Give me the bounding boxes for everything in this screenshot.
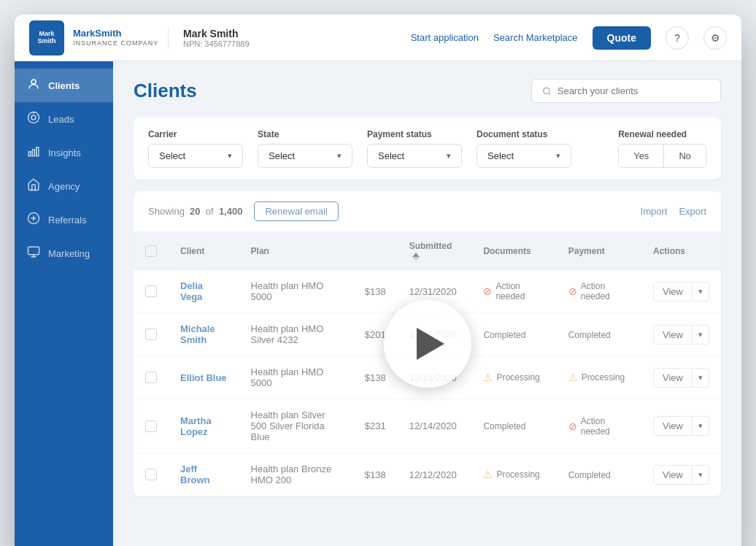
header: MarkSmith MarkSmith INSURANCE COMPANY Ma…: [15, 15, 741, 61]
search-marketplace-link[interactable]: Search Marketplace: [493, 32, 578, 43]
marketing-icon: [26, 245, 41, 261]
state-label: State: [258, 129, 352, 139]
sidebar-leads-label: Leads: [48, 114, 74, 125]
svg-point-2: [31, 115, 36, 120]
body-layout: Clients Leads Insights Agency: [15, 61, 741, 546]
state-filter-group: State Select ▾: [258, 129, 352, 168]
svg-point-0: [31, 80, 36, 84]
referrals-icon: [26, 212, 41, 228]
page-title: Clients: [134, 80, 197, 102]
carrier-chevron-icon: ▾: [228, 151, 232, 161]
sidebar-item-referrals[interactable]: Referrals: [15, 203, 113, 237]
video-play-button[interactable]: [384, 300, 471, 388]
filters-bar: Carrier Select ▾ State Select ▾ Payment …: [134, 118, 721, 180]
carrier-select[interactable]: Select ▾: [148, 144, 243, 168]
sidebar: Clients Leads Insights Agency: [15, 61, 113, 546]
page-header: Clients: [134, 79, 721, 103]
svg-rect-6: [36, 147, 39, 156]
renewal-label: Renewal needed: [618, 129, 706, 139]
settings-icon[interactable]: ⚙: [703, 26, 727, 50]
document-select[interactable]: Select ▾: [477, 144, 571, 168]
user-name: Mark Smith: [183, 28, 250, 39]
user-info: Mark Smith NPN: 3456777889: [168, 28, 250, 48]
document-label: Document status: [477, 129, 571, 139]
state-chevron-icon: ▾: [337, 151, 342, 161]
agency-icon: [26, 178, 41, 194]
company-name: MarkSmith INSURANCE COMPANY: [73, 28, 158, 47]
renewal-toggle: Yes No: [618, 144, 706, 168]
main-content: Clients Carrier Select ▾ State: [113, 61, 741, 546]
search-input[interactable]: [558, 85, 710, 96]
sidebar-clients-label: Clients: [48, 80, 80, 91]
sidebar-insights-label: Insights: [48, 147, 81, 158]
clients-icon: [26, 77, 41, 93]
payment-select[interactable]: Select ▾: [367, 144, 462, 168]
sidebar-marketing-label: Marketing: [48, 248, 90, 259]
renewal-yes-button[interactable]: Yes: [619, 145, 664, 167]
sidebar-item-marketing[interactable]: Marketing: [15, 237, 113, 270]
insights-icon: [26, 145, 41, 161]
quote-button[interactable]: Quote: [593, 26, 651, 50]
carrier-filter-group: Carrier Select ▾: [148, 129, 243, 168]
leads-icon: [26, 111, 41, 127]
app-window: MarkSmith MarkSmith INSURANCE COMPANY Ma…: [15, 15, 741, 546]
state-select[interactable]: Select ▾: [258, 144, 352, 168]
header-nav: Start application Search Marketplace Quo…: [411, 26, 727, 50]
sidebar-agency-label: Agency: [48, 181, 80, 192]
renewal-no-button[interactable]: No: [664, 145, 706, 167]
sidebar-item-insights[interactable]: Insights: [15, 136, 113, 169]
sidebar-item-agency[interactable]: Agency: [15, 169, 113, 203]
table-area: Showing 20 of 1,400 Renewal email Import…: [134, 191, 721, 496]
renewal-needed-group: Renewal needed Yes No: [618, 129, 706, 168]
document-filter-group: Document status Select ▾: [477, 129, 571, 168]
payment-filter-group: Payment status Select ▾: [367, 129, 462, 168]
document-chevron-icon: ▾: [556, 151, 560, 161]
search-icon: [542, 86, 552, 96]
svg-rect-4: [28, 152, 31, 156]
search-box[interactable]: [531, 79, 721, 103]
svg-rect-5: [33, 150, 35, 156]
user-npn: NPN: 3456777889: [183, 39, 250, 48]
help-icon[interactable]: ?: [666, 26, 689, 50]
sidebar-item-clients[interactable]: Clients: [15, 69, 113, 102]
sidebar-item-leads[interactable]: Leads: [15, 102, 113, 136]
play-triangle-icon: [417, 328, 444, 360]
svg-line-14: [549, 93, 550, 94]
logo-area: MarkSmith MarkSmith INSURANCE COMPANY: [29, 20, 161, 55]
payment-chevron-icon: ▾: [447, 151, 451, 161]
carrier-label: Carrier: [148, 129, 243, 139]
svg-rect-10: [28, 247, 39, 255]
sidebar-referrals-label: Referrals: [48, 215, 87, 226]
start-application-link[interactable]: Start application: [411, 32, 479, 43]
payment-label: Payment status: [367, 129, 462, 139]
logo-icon: MarkSmith: [29, 20, 64, 55]
svg-point-13: [544, 88, 549, 93]
